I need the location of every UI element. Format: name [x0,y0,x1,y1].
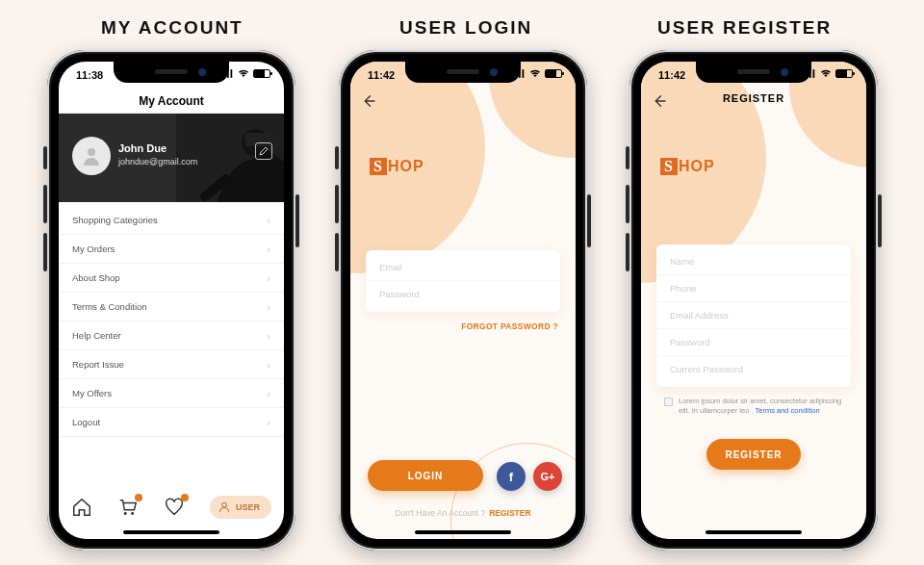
tab-cart[interactable] [117,497,139,518]
home-indicator [706,530,802,534]
battery-icon [835,69,853,78]
logo-s: S [660,158,678,175]
terms-row: Lorem ipsum dolor sir amet, consectetur … [664,397,847,416]
menu-item-about-shop[interactable]: About Shop› [59,264,284,293]
terms-link[interactable]: Terms and condition [756,406,820,415]
avatar-icon [80,144,103,167]
user-name: John Due [118,142,167,154]
side-button [335,146,339,169]
menu-item-my-offers[interactable]: My Offers› [59,379,284,408]
profile-hero: John Due johndue@gmail.com [59,114,284,202]
logo-rest: HOP [388,158,424,174]
page-title: REGISTER [641,92,866,104]
menu-label: My Offers [72,379,112,408]
bottom-tabbar: USER [59,487,284,527]
google-login-button[interactable]: G+ [533,462,562,491]
menu-label: Help Center [72,321,121,350]
svg-point-9 [131,512,134,515]
section-title-account: MY ACCOUNT [101,17,244,39]
page-title: My Account [59,89,284,114]
menu-item-logout[interactable]: Logout› [59,408,284,437]
screen: 11:42 SHOP Email Password FORGOT PASSWOR… [350,62,576,539]
cart-badge [135,494,142,501]
battery-icon [545,69,562,78]
menu-item-my-orders[interactable]: My Orders› [59,235,284,264]
top-bar [350,89,576,114]
tab-home[interactable] [71,497,92,518]
email-field[interactable]: Email Address [656,302,851,329]
svg-point-7 [88,148,95,156]
email-field[interactable]: Email [366,254,560,281]
phone-account: 11:38 My Account John Due johndue@gmail.… [47,50,295,551]
terms-checkbox[interactable] [664,398,673,406]
side-button [626,233,629,271]
facebook-icon: f [509,470,513,484]
screen: 11:38 My Account John Due johndue@gmail.… [59,62,284,539]
wishlist-badge [181,494,189,501]
side-button [295,194,299,247]
svg-point-8 [124,512,127,515]
register-form: Name Phone Email Address Password Curren… [656,244,851,387]
login-form: Email Password [366,250,560,312]
chevron-right-icon: › [267,379,270,408]
current-password-field[interactable]: Current Password [656,356,851,383]
chevron-right-icon: › [267,206,270,235]
home-indicator [415,530,511,534]
svg-rect-14 [523,69,525,78]
svg-rect-18 [813,69,815,78]
wifi-icon [529,69,541,78]
menu-label: Terms & Condition [72,293,147,321]
chevron-right-icon: › [267,293,270,321]
logo-s: S [370,158,387,175]
pencil-icon [259,146,269,156]
menu-item-terms-condition[interactable]: Terms & Condition› [59,293,284,321]
chevron-right-icon: › [267,235,270,264]
shop-logo: SHOP [660,158,715,175]
menu-item-shopping-categories[interactable]: Shopping Categories› [59,206,284,235]
facebook-login-button[interactable]: f [497,462,526,491]
side-button [335,185,339,223]
svg-rect-3 [231,69,233,78]
password-field[interactable]: Password [366,281,560,308]
notch [405,62,521,83]
chevron-right-icon: › [267,408,270,437]
tab-wishlist[interactable] [164,497,185,518]
password-field[interactable]: Password [656,329,851,356]
status-time: 11:42 [658,69,685,81]
svg-point-10 [222,502,227,507]
menu-label: Shopping Categories [72,206,158,235]
notch [114,62,229,83]
forgot-password-link[interactable]: FORGOT PASSWORD ? [461,321,558,331]
tab-user[interactable]: USER [210,496,271,519]
section-title-login: USER LOGIN [399,17,532,39]
phone-field[interactable]: Phone [656,275,851,302]
notch [696,62,811,83]
status-time: 11:38 [76,69,103,81]
side-button [335,233,339,271]
shop-logo: SHOP [370,158,424,175]
back-button[interactable] [360,92,377,110]
side-button [43,185,47,223]
home-indicator [123,530,219,534]
edit-profile-button[interactable] [255,142,272,160]
name-field[interactable]: Name [656,248,851,275]
screen: 11:42 REGISTER SHOP Name Phone Email Add… [641,62,866,539]
login-button[interactable]: LOGIN [368,460,483,491]
menu-item-help-center[interactable]: Help Center› [59,321,284,350]
google-plus-icon: G+ [541,471,555,482]
menu-label: My Orders [72,235,115,264]
register-button[interactable]: REGISTER [706,439,801,470]
side-button [587,194,591,247]
menu-label: Report Issue [72,350,124,379]
menu-item-report-issue[interactable]: Report Issue› [59,350,284,379]
menu-label: About Shop [72,264,120,293]
avatar[interactable] [72,137,111,175]
chevron-right-icon: › [267,350,270,379]
register-link[interactable]: REGISTER [489,508,530,518]
top-bar: REGISTER [641,89,866,114]
battery-icon [253,69,270,78]
phone-register: 11:42 REGISTER SHOP Name Phone Email Add… [629,50,878,551]
side-button [626,146,629,169]
status-time: 11:42 [368,69,395,81]
register-prompt: Don't Have An Account ?REGISTER [350,508,576,518]
